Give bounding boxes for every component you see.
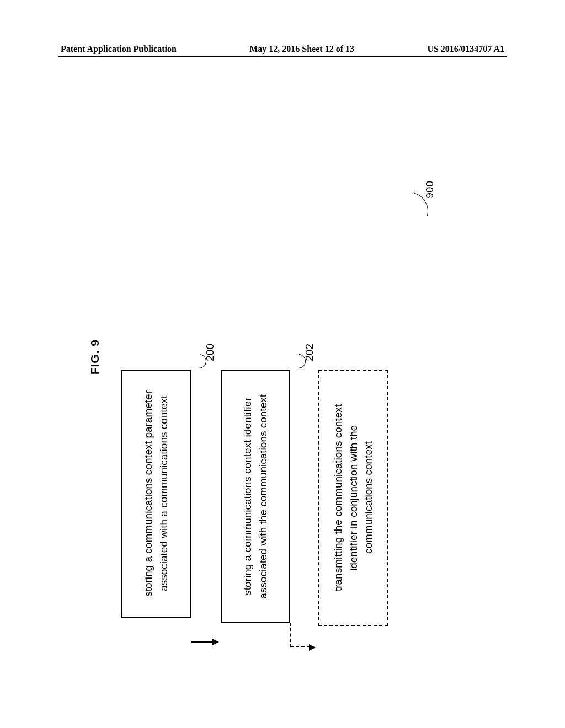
header-rule (58, 56, 507, 57)
box-900-text: transmitting the communications context … (331, 404, 376, 591)
arrow-200-to-202-shaft (191, 641, 213, 643)
box-202-text: storing a communications context identif… (240, 394, 270, 599)
box-200-text: storing a communications context paramet… (141, 390, 171, 597)
figure-label: FIG. 9 (88, 339, 102, 374)
arrow-202-to-900-seg (290, 646, 310, 647)
arrow-200-to-202-head (212, 639, 219, 645)
flowchart-box-202: storing a communications context identif… (221, 370, 290, 623)
arrow-202-to-900-head (309, 644, 316, 651)
header-center: May 12, 2016 Sheet 12 of 13 (249, 44, 354, 54)
flowchart-box-900: transmitting the communications context … (318, 370, 388, 626)
ref-900: 900 (424, 181, 436, 199)
figure-9: FIG. 9 storing a communications context … (72, 94, 502, 678)
page-header: Patent Application Publication May 12, 2… (0, 44, 565, 54)
header-right: US 2016/0134707 A1 (427, 44, 504, 54)
header-left: Patent Application Publication (61, 44, 177, 54)
flowchart-box-200: storing a communications context paramet… (121, 370, 191, 618)
arrow-202-to-900-shaft (290, 623, 291, 647)
